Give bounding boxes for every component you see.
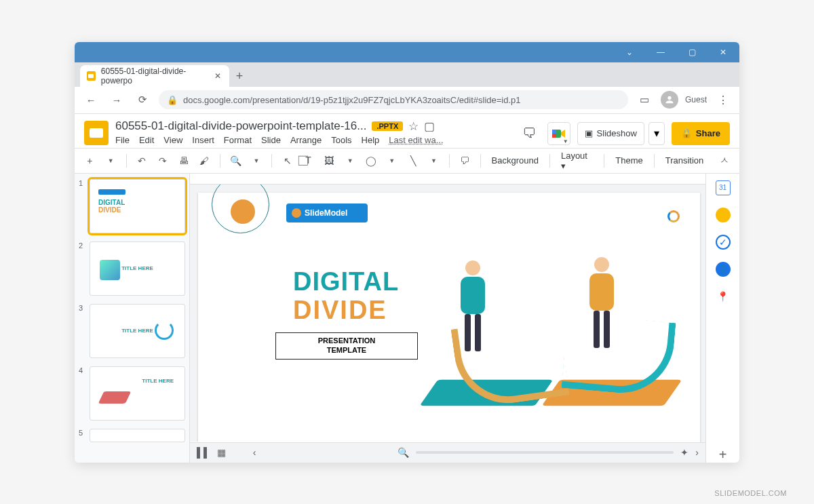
format-badge: .PPTX: [372, 121, 403, 131]
thumbnail-4[interactable]: TITLE HERE: [90, 366, 185, 421]
menu-slide[interactable]: Slide: [261, 135, 281, 145]
background-button[interactable]: Background: [488, 155, 543, 166]
document-name[interactable]: 60555-01-digital-divide-powerpoint-templ…: [115, 119, 366, 133]
browser-window: ⌄ — ▢ ✕ 60555-01-digital-divide-powerpo …: [75, 42, 739, 463]
reload-button[interactable]: ⟳: [133, 90, 152, 109]
slidemodel-badge: SlideModel: [286, 203, 368, 222]
meet-button[interactable]: ▼: [547, 122, 570, 145]
slideshow-dropdown[interactable]: ▾: [648, 122, 665, 145]
calendar-icon[interactable]: 31: [716, 180, 731, 195]
redo-button[interactable]: ↷: [154, 152, 171, 170]
line-caret[interactable]: ▼: [425, 152, 442, 170]
menu-format[interactable]: Format: [224, 135, 252, 145]
window-close-icon[interactable]: ✕: [708, 43, 738, 62]
svg-rect-2: [552, 134, 556, 138]
menu-file[interactable]: File: [115, 135, 130, 145]
window-minimize-icon[interactable]: —: [646, 43, 676, 62]
menu-edit[interactable]: Edit: [139, 135, 154, 145]
collapse-toolbar-icon[interactable]: ㅅ: [716, 152, 733, 170]
chevron-right-icon[interactable]: ›: [695, 447, 699, 458]
browser-menu-icon[interactable]: ⋮: [714, 94, 733, 106]
comment-tool[interactable]: 🗩: [457, 152, 473, 170]
menu-help[interactable]: Help: [362, 135, 380, 145]
last-edit-link[interactable]: Last edit wa...: [389, 135, 443, 145]
svg-rect-1: [552, 130, 556, 134]
keep-icon[interactable]: [716, 208, 731, 222]
shape-tool[interactable]: ◯: [363, 152, 380, 170]
profile-label: Guest: [685, 95, 707, 104]
tab-close-icon[interactable]: ✕: [213, 71, 222, 81]
contacts-icon[interactable]: 👤: [716, 262, 731, 277]
menu-tools[interactable]: Tools: [331, 135, 351, 145]
profile-avatar[interactable]: [661, 91, 678, 109]
undo-button[interactable]: ↶: [134, 152, 151, 170]
view-normal-icon[interactable]: ▌▌: [197, 447, 210, 458]
slides-logo-icon[interactable]: [84, 121, 109, 145]
window-shrink-icon[interactable]: ⌄: [615, 43, 644, 62]
thumbnail-5[interactable]: [90, 429, 185, 442]
thumb-number: 1: [79, 179, 85, 233]
badge-dot-icon: [292, 208, 301, 218]
select-tool[interactable]: ↖: [279, 152, 296, 170]
browser-tab[interactable]: 60555-01-digital-divide-powerpo ✕: [80, 65, 229, 87]
thumbnail-3[interactable]: TITLE HERE: [90, 304, 185, 358]
back-button[interactable]: ←: [81, 90, 100, 109]
menu-bar: File Edit View Insert Format Slide Arran…: [115, 135, 511, 145]
image-tool[interactable]: 🖼: [321, 152, 338, 170]
transition-button[interactable]: Transition: [661, 155, 708, 166]
layout-label: Layout: [561, 151, 587, 161]
textbox-tool[interactable]: ⃞T: [300, 152, 317, 170]
zoom-button[interactable]: 🔍: [227, 152, 244, 170]
reading-list-icon[interactable]: ▭: [635, 90, 654, 109]
side-panel: 31 ✓ 👤 📍 +: [705, 174, 739, 463]
slideshow-button[interactable]: ▣ Slideshow: [577, 122, 644, 145]
thumb-label: TITLE HERE: [142, 378, 174, 384]
slides-favicon-icon: [87, 71, 96, 81]
theme-button[interactable]: Theme: [611, 155, 646, 166]
canvas-viewport[interactable]: SlideModel DIGITAL DIVIDE PRESENTATION T…: [190, 185, 705, 442]
menu-arrange[interactable]: Arrange: [290, 135, 322, 145]
zoom-caret[interactable]: ▼: [248, 152, 265, 170]
canvas-area: SlideModel DIGITAL DIVIDE PRESENTATION T…: [190, 174, 705, 463]
thumbnail-1[interactable]: DIGITAL DIVIDE: [90, 179, 185, 233]
collapse-film-icon[interactable]: ‹: [253, 447, 256, 458]
window-maximize-icon[interactable]: ▢: [677, 43, 707, 62]
window-titlebar: ⌄ — ▢ ✕: [75, 42, 739, 62]
tab-strip: 60555-01-digital-divide-powerpo ✕ +: [75, 62, 739, 87]
forward-button[interactable]: →: [107, 90, 126, 109]
tasks-icon[interactable]: ✓: [716, 235, 731, 250]
line-tool[interactable]: ╲: [404, 152, 421, 170]
address-bar[interactable]: 🔒 docs.google.com/presentation/d/19-p5z1…: [159, 90, 628, 109]
share-button[interactable]: 🔒 Share: [672, 122, 730, 145]
paint-format-button[interactable]: 🖌: [196, 152, 213, 170]
url-text: docs.google.com/presentation/d/19-p5z1tj…: [183, 95, 521, 105]
comments-icon[interactable]: 🗨: [518, 122, 541, 145]
thumb-number: 2: [79, 241, 85, 296]
add-addon-icon[interactable]: +: [716, 448, 731, 463]
thumbnail-2[interactable]: TITLE HERE: [90, 241, 185, 296]
image-caret[interactable]: ▼: [342, 152, 359, 170]
maps-icon[interactable]: 📍: [716, 289, 731, 304]
share-label: Share: [696, 128, 720, 138]
main-area: 1 DIGITAL DIVIDE 2 TITLE HERE: [75, 174, 739, 463]
new-slide-caret[interactable]: ▼: [102, 152, 119, 170]
new-tab-button[interactable]: +: [229, 66, 250, 87]
app-header: 60555-01-digital-divide-powerpoint-templ…: [75, 114, 739, 148]
print-button[interactable]: 🖶: [175, 152, 192, 170]
shape-caret[interactable]: ▼: [383, 152, 400, 170]
star-icon[interactable]: ☆: [408, 119, 419, 134]
filmstrip: 1 DIGITAL DIVIDE 2 TITLE HERE: [75, 174, 190, 463]
menu-view[interactable]: View: [163, 135, 182, 145]
slide-canvas[interactable]: SlideModel DIGITAL DIVIDE PRESENTATION T…: [198, 193, 700, 442]
decor-circle-fill: [231, 199, 255, 224]
layout-button[interactable]: Layout ▾: [557, 151, 597, 171]
slide-subtitle: PRESENTATION TEMPLATE: [318, 336, 376, 354]
zoom-slider[interactable]: [416, 451, 674, 454]
explore-icon[interactable]: ✦: [680, 447, 689, 458]
view-grid-icon[interactable]: ▦: [217, 447, 226, 458]
new-slide-button[interactable]: +: [81, 152, 98, 170]
move-icon[interactable]: ▢: [424, 119, 435, 134]
horizontal-ruler: [190, 174, 705, 185]
zoom-out-icon[interactable]: 🔍: [398, 447, 409, 458]
menu-insert[interactable]: Insert: [192, 135, 214, 145]
